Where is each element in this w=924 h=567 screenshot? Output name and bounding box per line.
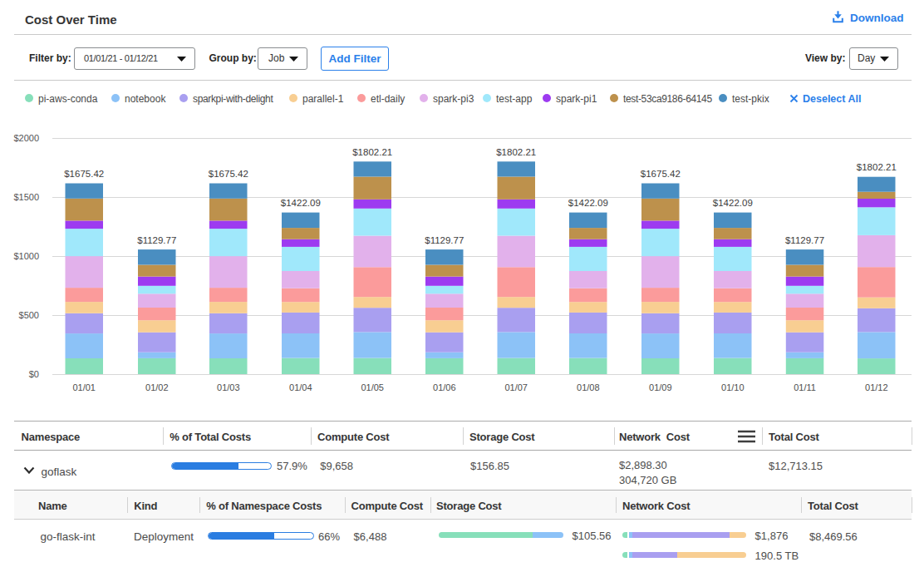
svg-text:$1802.21: $1802.21 bbox=[496, 147, 536, 157]
svg-text:$1675.42: $1675.42 bbox=[64, 169, 104, 179]
svg-text:01/05: 01/05 bbox=[361, 382, 384, 392]
svg-text:01/11: 01/11 bbox=[794, 382, 816, 392]
svg-text:01/10: 01/10 bbox=[721, 382, 745, 392]
svg-text:$1675.42: $1675.42 bbox=[209, 169, 248, 179]
svg-text:01/12: 01/12 bbox=[865, 382, 888, 392]
svg-text:01/07: 01/07 bbox=[504, 382, 528, 392]
svg-text:$1802.21: $1802.21 bbox=[352, 147, 392, 157]
svg-text:01/04: 01/04 bbox=[289, 382, 312, 392]
svg-text:$1422.09: $1422.09 bbox=[281, 198, 321, 208]
svg-text:$1129.77: $1129.77 bbox=[785, 235, 824, 245]
svg-text:01/01: 01/01 bbox=[72, 382, 96, 392]
svg-text:01/02: 01/02 bbox=[145, 382, 169, 392]
svg-text:01/08: 01/08 bbox=[577, 382, 600, 392]
svg-text:$500: $500 bbox=[19, 310, 39, 320]
svg-text:$1129.77: $1129.77 bbox=[137, 235, 176, 245]
svg-text:$0: $0 bbox=[29, 369, 39, 379]
svg-text:$1802.21: $1802.21 bbox=[857, 162, 897, 172]
svg-text:$1422.09: $1422.09 bbox=[568, 198, 608, 208]
svg-text:$1675.42: $1675.42 bbox=[641, 169, 681, 179]
svg-text:$1000: $1000 bbox=[13, 251, 39, 261]
svg-text:$1129.77: $1129.77 bbox=[425, 235, 464, 245]
svg-text:$1422.09: $1422.09 bbox=[713, 198, 753, 208]
svg-text:01/06: 01/06 bbox=[433, 382, 456, 392]
svg-text:$2000: $2000 bbox=[13, 133, 39, 143]
svg-text:01/09: 01/09 bbox=[649, 382, 672, 392]
svg-text:01/03: 01/03 bbox=[217, 382, 240, 392]
svg-text:$1500: $1500 bbox=[13, 192, 39, 202]
